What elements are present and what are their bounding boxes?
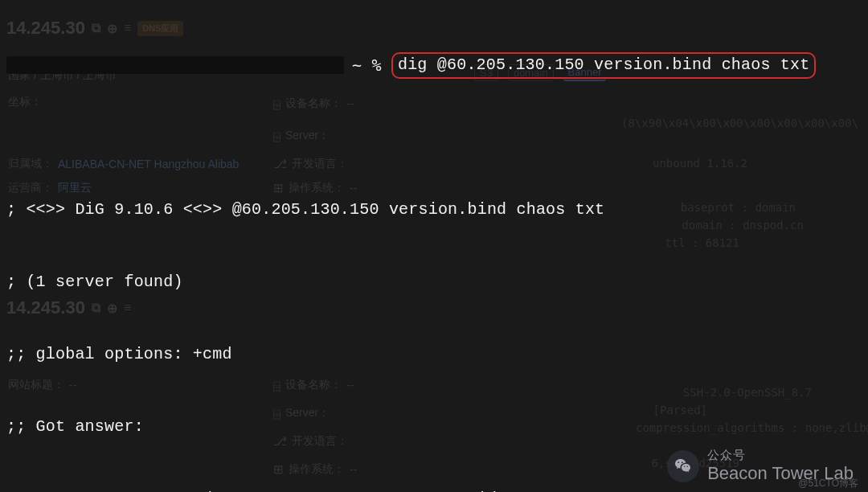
prompt-redacted	[6, 56, 344, 74]
dig-servers-found: ; (1 server found)	[6, 270, 862, 294]
terminal-window[interactable]: ~ % dig @60.205.130.150 version.bind cha…	[0, 0, 868, 492]
dig-got-answer: ;; Got answer:	[6, 415, 862, 439]
shell-prompt-line: ~ % dig @60.205.130.150 version.bind cha…	[6, 53, 862, 77]
dig-banner-line: ; <<>> DiG 9.10.6 <<>> @60.205.130.150 v…	[6, 198, 862, 222]
credit-text: @51CTO博客	[798, 477, 858, 490]
dig-global-opts: ;; global options: +cmd	[6, 342, 862, 367]
prompt-symbol: ~ %	[352, 53, 391, 77]
wechat-icon	[667, 450, 699, 482]
highlighted-command: dig @60.205.130.150 version.bind chaos t…	[391, 52, 816, 79]
dig-header-line: ;; ->>HEADER<<- opcode: QUERY, status: N…	[6, 487, 862, 492]
